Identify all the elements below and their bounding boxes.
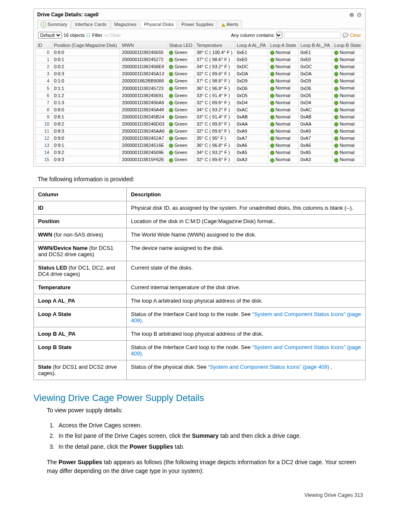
table-cell: 0:0:0	[52, 49, 120, 56]
desc-row: Loop B AL_PAThe loop B arbitrated loop p…	[34, 327, 366, 340]
table-row[interactable]: 40:1:02000001862BB9088Green37° C ( 98.6°…	[36, 77, 363, 85]
table-cell: 38° C ( 100.4° F )	[194, 49, 235, 56]
table-row[interactable]: 90:8:12000001D38245B24Green33° C ( 91.4°…	[36, 113, 363, 120]
section-after: The Power Supplies tab appears as follow…	[47, 458, 366, 475]
table-row[interactable]: 120:9:02000001D382452A7Green35° C ( 95° …	[36, 135, 363, 142]
table-cell: Normal	[332, 56, 363, 63]
tab-alerts[interactable]: Alerts	[218, 20, 242, 28]
led-green-icon	[169, 115, 173, 119]
table-cell: Green	[167, 120, 195, 127]
table-cell: 0:8:0	[52, 106, 120, 113]
grid-header[interactable]: Loop A AL_PA	[235, 42, 269, 49]
collapse-down-icon[interactable]: ⊙	[357, 11, 362, 18]
table-row[interactable]: 140:9:22000001D3824509EGreen34° C ( 93.2…	[36, 149, 363, 156]
table-cell: 0xAA	[299, 120, 332, 127]
desc-description: Status of the physical disk. See “System…	[127, 360, 366, 380]
table-cell: Green	[167, 56, 195, 63]
grid-header[interactable]: Loop B AL_PA	[299, 42, 332, 49]
table-cell: Normal	[332, 142, 363, 149]
clear-left: Clear	[110, 33, 121, 38]
table-cell: 11	[36, 128, 52, 135]
panel-title-text: Drive Cage Details: cage0	[37, 12, 349, 18]
table-row[interactable]: 130:9:12000001D3824516EGreen36° C ( 96.8…	[36, 142, 363, 149]
table-cell: 0xA5	[299, 149, 332, 156]
table-cell: 0xE1	[235, 49, 269, 56]
table-cell: 12	[36, 135, 52, 142]
tab-magazines[interactable]: Magazines	[111, 20, 140, 28]
status-normal-icon	[270, 58, 274, 62]
grid-header[interactable]: Status LED	[167, 42, 195, 49]
table-cell: 2000001D382456A9	[120, 99, 167, 106]
led-green-icon	[169, 158, 173, 162]
table-cell: 6	[36, 92, 52, 99]
led-green-icon	[169, 65, 173, 69]
table-cell: 2000001D38245655	[120, 49, 167, 56]
table-cell: Normal	[268, 99, 298, 106]
status-normal-icon	[270, 101, 274, 105]
desc-description: Status of the Interface Card loop to the…	[127, 307, 366, 327]
info-icon: i	[41, 22, 46, 28]
filter-label[interactable]: Filter	[92, 33, 102, 38]
table-row[interactable]: 60:1:22000001D38245691Green33° C ( 91.4°…	[36, 92, 363, 99]
object-count: 16 objects	[64, 33, 84, 38]
status-normal-icon	[334, 72, 338, 76]
tab-physical-disks[interactable]: Physical Disks	[141, 20, 177, 28]
table-row[interactable]: 150:9:32000001D3815F62EGreen32° C ( 89.6…	[36, 156, 363, 163]
status-normal-icon	[334, 136, 338, 141]
table-row[interactable]: 30:0:32000001D38245A13Green32° C ( 89.6°…	[36, 70, 363, 77]
table-row[interactable]: 20:0:22000001D382458E9Green34° C ( 93.2°…	[36, 63, 363, 70]
filter-default-select[interactable]: Default	[38, 32, 62, 39]
table-cell: Normal	[332, 92, 363, 99]
filter-icon[interactable]: ☷	[86, 33, 90, 38]
table-cell: Normal	[332, 63, 363, 70]
table-cell: Normal	[332, 156, 363, 163]
grid-header[interactable]: Loop B State	[332, 42, 363, 49]
grid-header[interactable]: WWN	[120, 42, 167, 49]
table-cell: 0xD6	[235, 85, 269, 92]
tab-interface-cards[interactable]: Interface Cards	[72, 20, 110, 28]
table-cell: Green	[167, 156, 195, 163]
table-row[interactable]: 10:0:12000001D38245272Green37° C ( 98.6°…	[36, 56, 363, 63]
grid-header[interactable]: ID	[36, 42, 52, 49]
table-cell: 0:9:3	[52, 156, 120, 163]
led-green-icon	[169, 72, 173, 76]
speech-icon[interactable]: 💬	[343, 33, 348, 38]
table-cell: Normal	[268, 156, 298, 163]
table-row[interactable]: 50:1:12000001D38245723Green36° C ( 96.8°…	[36, 85, 363, 92]
table-cell: 0xA7	[235, 135, 269, 142]
table-cell: 0:9:2	[52, 149, 120, 156]
table-cell: 3	[36, 70, 52, 77]
table-cell: 37° C ( 98.6° F )	[194, 77, 235, 85]
tab-summary[interactable]: iSummary	[37, 20, 71, 29]
filter-input[interactable]	[284, 32, 341, 39]
grid-header[interactable]: Loop A State	[268, 42, 298, 49]
table-row[interactable]: 110:8:32000001D38245AA6Green32° C ( 89.6…	[36, 128, 363, 135]
table-row[interactable]: 00:0:02000001D38245655Green38° C ( 100.4…	[36, 49, 363, 56]
any-column-select[interactable]	[276, 32, 282, 39]
page-footer: Viewing Drive Cages 313	[33, 492, 366, 498]
table-cell: 0:8:3	[52, 128, 120, 135]
desc-column: Status LED (for DC1, DC2, and DC4 drive …	[34, 261, 127, 280]
table-row[interactable]: 70:1:32000001D382456A9Green32° C ( 89.6°…	[36, 99, 363, 106]
table-row[interactable]: 100:8:22000001D38246D03Green32° C ( 89.6…	[36, 120, 363, 127]
grid-header[interactable]: Position (Cage:Magazine:Disk)	[52, 42, 120, 49]
table-cell: 10	[36, 120, 52, 127]
desc-row: Loop A StateStatus of the Interface Card…	[34, 307, 366, 327]
tab-power-supplies[interactable]: Power Supplies	[178, 20, 217, 28]
desc-row: State (for DCS1 and DCS2 drive cages).St…	[34, 360, 366, 380]
table-cell: 0xD6	[299, 85, 332, 92]
table-cell: Green	[167, 99, 195, 106]
table-cell: 0xAA	[235, 120, 269, 127]
collapse-up-icon[interactable]: ⊗	[349, 11, 354, 18]
desc-column: Temperature	[34, 280, 127, 294]
status-normal-icon	[270, 122, 274, 126]
table-cell: Normal	[332, 85, 363, 92]
table-cell: 37° C ( 98.6° F )	[194, 56, 235, 63]
table-cell: 34° C ( 93.2° F )	[194, 63, 235, 70]
desc-row: WWN/Device Name (for DCS1 and DCS2 drive…	[34, 241, 366, 261]
table-cell: 32° C ( 89.6° F )	[194, 99, 235, 106]
grid-header[interactable]: Temperature	[194, 42, 235, 49]
clear-right[interactable]: Clear	[350, 33, 361, 38]
status-normal-icon	[334, 151, 338, 155]
table-row[interactable]: 80:8:02000001D38245A48Green34° C ( 93.2°…	[36, 106, 363, 113]
